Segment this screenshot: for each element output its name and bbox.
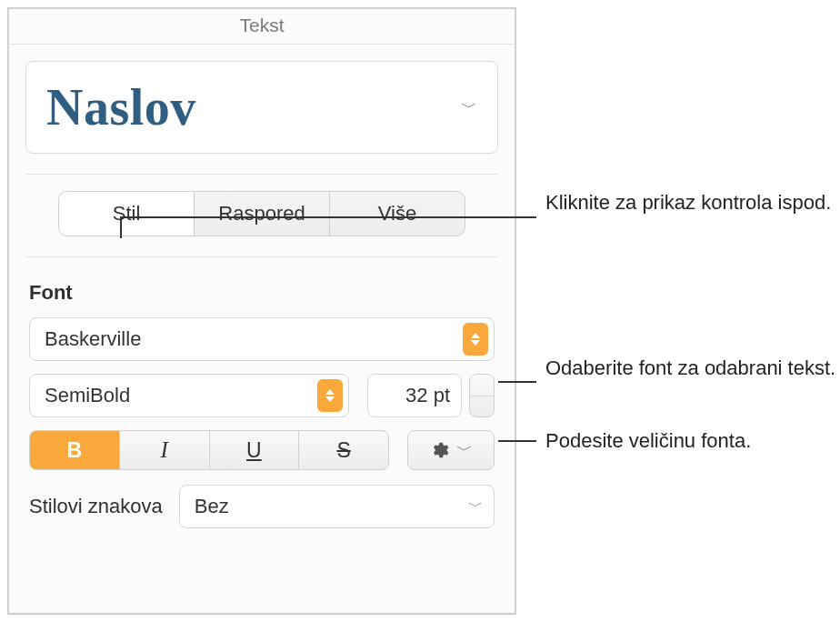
tab-stil[interactable]: Stil xyxy=(59,192,195,236)
font-family-value: Baskerville xyxy=(45,327,141,351)
tab-raspored[interactable]: Raspored xyxy=(195,192,330,236)
char-style-select[interactable]: Bez ﹀ xyxy=(179,485,495,528)
callout-lead xyxy=(498,381,536,383)
chevron-down-icon: ﹀ xyxy=(468,497,483,517)
divider xyxy=(25,256,498,257)
paragraph-style-select[interactable]: Naslov ﹀ xyxy=(25,61,498,154)
callout-tabs: Kliknite za prikaz kontrola ispod. xyxy=(545,189,831,216)
callout-lead xyxy=(498,440,536,442)
strike-button[interactable]: S xyxy=(299,431,388,469)
font-size-up[interactable] xyxy=(470,375,494,396)
tab-vise[interactable]: Više xyxy=(330,192,465,236)
font-size-field[interactable]: 32 pt xyxy=(367,374,462,417)
font-size-control: 32 pt xyxy=(367,374,495,417)
chevron-down-icon: ﹀ xyxy=(456,439,473,461)
font-weight-value: SemiBold xyxy=(45,384,130,407)
callout-lead xyxy=(120,216,122,238)
italic-button[interactable]: I xyxy=(120,431,210,469)
callout-lead xyxy=(120,216,536,218)
callout-font-family: Odaberite font za odabrani tekst. xyxy=(545,355,835,382)
font-size-value: 32 pt xyxy=(405,384,450,407)
char-style-value: Bez xyxy=(195,495,229,518)
char-style-label: Stilovi znakova xyxy=(29,495,163,518)
paragraph-style-name: Naslov xyxy=(46,78,196,136)
chevron-down-icon: ﹀ xyxy=(461,96,477,118)
font-weight-select[interactable]: SemiBold xyxy=(29,374,349,417)
font-size-down[interactable] xyxy=(470,396,494,417)
text-format-group: B I U S xyxy=(29,430,389,470)
underline-button[interactable]: U xyxy=(210,431,300,469)
bold-button[interactable]: B xyxy=(30,431,120,469)
updown-icon xyxy=(317,379,343,412)
divider xyxy=(25,174,498,175)
callout-font-size: Podesite veličinu fonta. xyxy=(545,427,751,455)
gear-icon xyxy=(429,440,449,460)
font-family-select[interactable]: Baskerville xyxy=(29,317,495,361)
advanced-options-button[interactable]: ﹀ xyxy=(407,430,495,470)
updown-icon xyxy=(463,323,488,356)
panel-title: Tekst xyxy=(9,9,515,45)
font-size-stepper xyxy=(469,374,495,417)
font-section-label: Font xyxy=(29,281,495,305)
text-inspector-panel: Tekst Naslov ﹀ Stil Raspored Više Font B… xyxy=(7,7,516,615)
